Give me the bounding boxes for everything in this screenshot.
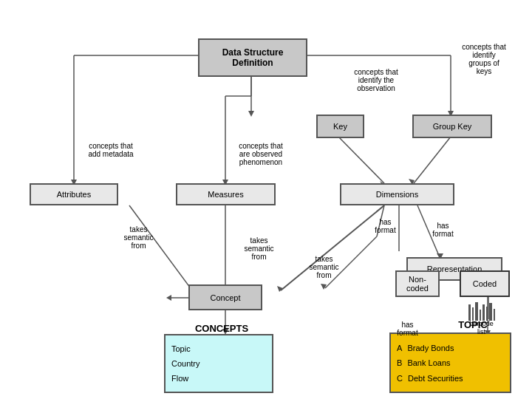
measures-box: Measures bbox=[176, 183, 276, 205]
concepts-title: CONCEPTS bbox=[170, 323, 273, 334]
svg-marker-37 bbox=[166, 295, 171, 301]
label-format-2: has format bbox=[423, 222, 463, 238]
noncoded-box: Non- coded bbox=[395, 270, 440, 297]
label-metadata: concepts that add metadata bbox=[81, 142, 140, 158]
label-format-1: has format bbox=[365, 218, 406, 234]
svg-marker-28 bbox=[321, 284, 327, 290]
concept-label: Concept bbox=[211, 293, 241, 302]
measures-label: Measures bbox=[208, 190, 243, 199]
concept-box: Concept bbox=[188, 284, 262, 310]
label-barcode-list: barcode list bbox=[461, 319, 502, 335]
concepts-list: Topic Country Flow bbox=[164, 334, 273, 393]
topic-item-b: B Bank Loans bbox=[397, 358, 451, 367]
dsd-label: Data Structure Definition bbox=[222, 47, 284, 68]
key-label: Key bbox=[333, 122, 347, 131]
diagram: Data Structure Definition concepts that … bbox=[0, 0, 532, 399]
label-format-3: has format bbox=[387, 321, 428, 337]
dimensions-label: Dimensions bbox=[376, 190, 418, 199]
label-semantic-2: takes semantic from bbox=[235, 236, 283, 261]
label-semantic-3: takes semantic from bbox=[300, 255, 348, 279]
label-semantic-1: takes semantic from bbox=[115, 225, 163, 250]
group-key-box: Group Key bbox=[412, 115, 492, 138]
coded-label: Coded bbox=[473, 279, 497, 288]
dsd-box: Data Structure Definition bbox=[198, 38, 307, 77]
topic-list: A Brady Bonds B Bank Loans C Debt Securi… bbox=[389, 332, 511, 393]
svg-marker-21 bbox=[277, 286, 283, 292]
label-observed: concepts that are observed phenomenon bbox=[228, 142, 294, 166]
barcode-icon bbox=[468, 299, 504, 321]
label-concepts-identify: concepts that identify the observation bbox=[343, 68, 409, 92]
topic-item-c: C Debt Securities bbox=[397, 374, 463, 383]
svg-line-14 bbox=[414, 137, 451, 183]
concepts-item-flow: Flow bbox=[171, 374, 188, 383]
concepts-item-country: Country bbox=[171, 359, 200, 368]
group-key-label: Group Key bbox=[433, 122, 472, 131]
noncoded-label: Non- coded bbox=[406, 275, 429, 293]
concepts-item-topic: Topic bbox=[171, 344, 191, 353]
svg-line-12 bbox=[338, 137, 384, 183]
coded-box: Coded bbox=[460, 270, 510, 297]
attributes-box: Attributes bbox=[30, 183, 118, 205]
topic-item-a: A Brady Bonds bbox=[397, 344, 454, 352]
label-concepts-groups: concepts that identify groups of keys bbox=[451, 43, 517, 75]
svg-marker-1 bbox=[248, 111, 254, 117]
key-box: Key bbox=[316, 115, 364, 138]
dimensions-box: Dimensions bbox=[340, 183, 454, 205]
attributes-label: Attributes bbox=[57, 190, 91, 199]
